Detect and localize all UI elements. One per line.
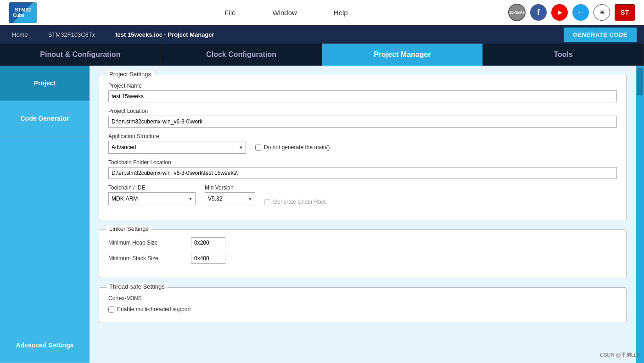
content-area: Project Settings Project Name Project Lo… — [90, 66, 636, 363]
min-version-label: Min Version — [205, 184, 255, 191]
tab-clock[interactable]: Clock Configuration — [161, 44, 322, 66]
stm32-logo: STM32 Cube MX — [9, 2, 37, 23]
window-menu[interactable]: Window — [272, 9, 297, 17]
breadcrumb-project[interactable]: test 15weeks.ioc - Project Manager — [106, 28, 225, 41]
help-menu[interactable]: Help — [334, 9, 348, 17]
toolchain-ide-label: Toolchain / IDE — [108, 184, 196, 191]
project-location-input[interactable] — [108, 116, 617, 128]
logo-area: STM32 Cube MX — [9, 2, 37, 23]
thread-settings-section: Thread-safe Settings Cortex-M3NS Enable … — [99, 287, 627, 322]
min-stack-label: Minimum Stack Size — [108, 255, 186, 262]
main-layout: Project Code Generator Advanced Settings… — [0, 66, 644, 363]
generate-under-root-checkbox[interactable] — [264, 199, 270, 205]
project-location-row: Project Location — [108, 108, 617, 128]
twitter-icon[interactable]: 🐦 — [572, 4, 589, 21]
linker-settings-title: Linker Settings — [106, 225, 151, 232]
toolchain-ide-select[interactable]: MDK-ARM STM32CubeIDE Makefile — [108, 192, 196, 205]
breadcrumb-home[interactable]: Home — [7, 28, 39, 41]
thread-settings-title: Thread-safe Settings — [106, 283, 168, 290]
generate-under-root-text: Generate Under Root — [273, 199, 326, 205]
logo-stm-text: STM32 — [15, 7, 31, 12]
enable-multithreaded-label[interactable]: Enable multi-threaded support — [108, 306, 617, 313]
do-not-generate-checkbox[interactable] — [255, 145, 261, 151]
min-version-select[interactable]: V5.32 V5.31 — [205, 192, 255, 205]
tab-tools[interactable]: Tools — [483, 44, 644, 66]
sidebar-item-project[interactable]: Project — [0, 66, 90, 101]
network-icon[interactable]: ✳ — [594, 4, 610, 21]
social-icons: 10YEARS f ▶ 🐦 ✳ ST — [508, 4, 635, 21]
toolchain-ide-col: Toolchain / IDE MDK-ARM STM32CubeIDE Mak… — [108, 184, 196, 205]
tab-bar: Pinout & Configuration Clock Configurati… — [0, 44, 644, 66]
project-name-label: Project Name — [108, 83, 617, 89]
thread-device-label: Cortex-M3NS — [108, 295, 617, 302]
do-not-generate-text: Do not generate the main() — [264, 144, 330, 151]
min-heap-input[interactable] — [191, 237, 225, 248]
enable-multithreaded-text: Enable multi-threaded support — [117, 306, 191, 313]
tab-pinout[interactable]: Pinout & Configuration — [0, 44, 161, 66]
toolchain-folder-input[interactable] — [108, 167, 617, 179]
sidebar-item-advanced-settings[interactable]: Advanced Settings — [0, 328, 90, 363]
min-heap-row: Minimum Heap Size — [108, 237, 617, 248]
project-settings-section: Project Settings Project Name Project Lo… — [99, 75, 627, 220]
project-location-label: Project Location — [108, 108, 617, 114]
app-structure-select-wrapper: Advanced Basic ▼ — [108, 141, 246, 154]
project-name-input[interactable] — [108, 90, 617, 102]
app-structure-row: Application Structure Advanced Basic ▼ D… — [108, 133, 617, 154]
min-version-col: Min Version V5.32 V5.31 ▼ — [205, 184, 255, 205]
scrollbar-thumb[interactable] — [637, 68, 643, 95]
youtube-icon[interactable]: ▶ — [551, 4, 568, 21]
menu-items: File Window Help — [64, 9, 508, 17]
toolchain-controls: Toolchain / IDE MDK-ARM STM32CubeIDE Mak… — [108, 184, 617, 205]
scrollbar[interactable] — [636, 66, 644, 363]
toolchain-folder-row: Toolchain Folder Location — [108, 159, 617, 179]
logo-mx-text: MX — [25, 12, 33, 18]
project-name-row: Project Name — [108, 83, 617, 102]
enable-multithreaded-checkbox[interactable] — [108, 307, 114, 313]
sidebar-item-code-generator[interactable]: Code Generator — [0, 101, 90, 136]
generate-under-root-label[interactable]: Generate Under Root — [264, 199, 326, 205]
generate-code-button[interactable]: GENERATE CODE — [564, 28, 637, 42]
toolchain-ide-select-wrapper: MDK-ARM STM32CubeIDE Makefile ▼ — [108, 192, 196, 205]
app-structure-select[interactable]: Advanced Basic — [108, 141, 246, 154]
app-structure-controls: Advanced Basic ▼ Do not generate the mai… — [108, 141, 617, 154]
st-logo: ST — [615, 4, 635, 21]
min-stack-input[interactable] — [191, 253, 225, 264]
sidebar: Project Code Generator Advanced Settings — [0, 66, 90, 363]
file-menu[interactable]: File — [224, 9, 235, 17]
app-structure-label: Application Structure — [108, 133, 617, 140]
anniversary-icon: 10YEARS — [508, 4, 526, 21]
breadcrumb: Home STM32F103C8Tx test 15weeks.ioc - Pr… — [0, 25, 644, 44]
logo-cube-text: Cube — [13, 13, 24, 18]
do-not-generate-label[interactable]: Do not generate the main() — [255, 144, 330, 151]
min-heap-label: Minimum Heap Size — [108, 240, 186, 246]
facebook-icon[interactable]: f — [530, 4, 547, 21]
min-stack-row: Minimum Stack Size — [108, 253, 617, 264]
breadcrumb-device[interactable]: STM32F103C8Tx — [39, 28, 106, 41]
linker-settings-section: Linker Settings Minimum Heap Size Minimu… — [99, 229, 627, 278]
toolchain-ide-row: Toolchain / IDE MDK-ARM STM32CubeIDE Mak… — [108, 184, 617, 205]
watermark: CSDN @平弟LL9 — [600, 352, 639, 358]
toolchain-folder-label: Toolchain Folder Location — [108, 159, 617, 166]
tab-project-manager[interactable]: Project Manager — [322, 44, 483, 66]
top-bar: STM32 Cube MX File Window Help 10YEARS f… — [0, 0, 644, 25]
min-version-select-wrapper: V5.32 V5.31 ▼ — [205, 192, 255, 205]
project-settings-title: Project Settings — [106, 71, 154, 78]
